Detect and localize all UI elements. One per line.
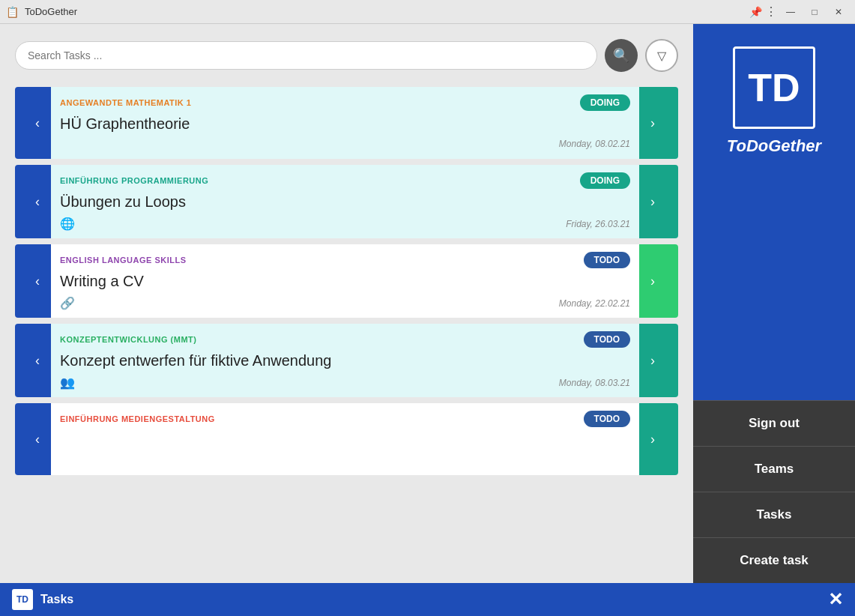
task-card: ‹ EINFÜHRUNG PROGRAMMIERUNG DOING Übunge… (15, 165, 678, 238)
titlebar: 📋 ToDoGether 📌 ⋮ — □ ✕ (0, 0, 855, 24)
card-left-arrow[interactable]: ‹ (24, 324, 51, 397)
card-body: ENGLISH LANGUAGE SKILLS TODO Writing a C… (51, 244, 639, 318)
card-category: ENGLISH LANGUAGE SKILLS (60, 256, 187, 265)
task-list: ‹ ANGEWANDTE MATHEMATIK 1 DOING HÜ Graph… (15, 87, 678, 475)
status-badge: TODO (584, 331, 630, 348)
status-badge: TODO (584, 411, 630, 427)
search-bar: 🔍 ▽ (15, 39, 678, 72)
titlebar-controls: 📌 ⋮ — □ ✕ (749, 4, 849, 19)
card-title: Writing a CV (60, 273, 630, 290)
card-left-bar (15, 165, 24, 238)
card-right-bar (666, 244, 678, 318)
pin-icon[interactable]: 📌 (749, 6, 762, 18)
task-card: ‹ EINFÜHRUNG MEDIENGESTALTUNG TODO › (15, 403, 678, 475)
search-button[interactable]: 🔍 (605, 39, 638, 72)
menu-icon[interactable]: ⋮ (765, 4, 777, 19)
status-badge: DOING (580, 172, 630, 189)
card-left-bar (15, 324, 24, 397)
card-footer: Monday, 08.02.21 (60, 139, 630, 149)
card-right-bar (666, 87, 678, 159)
search-input-wrap (15, 41, 597, 70)
sidebar-logo: TD (748, 65, 800, 110)
sidebar-menu: Sign outTeamsTasksCreate task (693, 400, 855, 583)
card-left-bar (15, 244, 24, 318)
card-category: KONZEPTENTWICKLUNG (MMT) (60, 335, 196, 344)
card-title: Konzept entwerfen für fiktive Anwendung (60, 352, 630, 369)
status-badge: DOING (580, 94, 630, 111)
search-icon: 🔍 (613, 47, 629, 64)
card-left-bar (15, 403, 24, 475)
card-right-bar (666, 165, 678, 238)
card-left-arrow[interactable]: ‹ (24, 87, 51, 159)
minimize-button[interactable]: — (780, 4, 801, 19)
filter-button[interactable]: ▽ (645, 39, 678, 72)
card-left-bar (15, 87, 24, 159)
app-container: 🔍 ▽ ‹ ANGEWANDTE MATHEMATIK 1 DOING HÜ G… (0, 24, 855, 583)
maximize-button[interactable]: □ (804, 4, 825, 19)
titlebar-left: 📋 ToDoGether (6, 6, 77, 18)
card-right-arrow[interactable]: › (639, 87, 666, 159)
card-date: Friday, 26.03.21 (566, 219, 630, 229)
search-input[interactable] (15, 41, 597, 70)
card-header: EINFÜHRUNG PROGRAMMIERUNG DOING (60, 172, 630, 189)
card-right-bar (666, 324, 678, 397)
card-date: Monday, 22.02.21 (559, 298, 630, 309)
card-header: ANGEWANDTE MATHEMATIK 1 DOING (60, 94, 630, 111)
card-header: ENGLISH LANGUAGE SKILLS TODO (60, 252, 630, 268)
bottom-badge: TD (12, 589, 33, 610)
card-footer: 🔗 Monday, 22.02.21 (60, 296, 630, 310)
card-category: EINFÜHRUNG PROGRAMMIERUNG (60, 176, 208, 185)
card-right-arrow[interactable]: › (639, 403, 666, 475)
status-badge: TODO (584, 252, 630, 268)
sidebar-item-tasks[interactable]: Tasks (693, 492, 855, 537)
task-card: ‹ ENGLISH LANGUAGE SKILLS TODO Writing a… (15, 244, 678, 318)
app-icon: 📋 (6, 6, 19, 18)
card-icon: 👥 (60, 375, 75, 390)
card-date: Monday, 08.03.21 (559, 378, 630, 388)
card-body: ANGEWANDTE MATHEMATIK 1 DOING HÜ Graphen… (51, 87, 639, 159)
card-right-arrow[interactable]: › (639, 244, 666, 318)
sidebar-item-sign-out[interactable]: Sign out (693, 400, 855, 446)
close-button[interactable]: ✕ (828, 4, 849, 19)
bottom-bar: TD Tasks ✕ (0, 583, 855, 616)
card-body: EINFÜHRUNG PROGRAMMIERUNG DOING Übungen … (51, 165, 639, 238)
card-icon: 🔗 (60, 296, 75, 310)
task-card: ‹ KONZEPTENTWICKLUNG (MMT) TODO Konzept … (15, 324, 678, 397)
card-icon: 🌐 (60, 217, 75, 231)
card-right-bar (666, 403, 678, 475)
sidebar-app-name: ToDoGether (727, 136, 821, 156)
sidebar-item-create-task[interactable]: Create task (693, 537, 855, 583)
card-body: EINFÜHRUNG MEDIENGESTALTUNG TODO (51, 403, 639, 475)
card-footer: 👥 Monday, 08.03.21 (60, 375, 630, 390)
card-category: ANGEWANDTE MATHEMATIK 1 (60, 98, 191, 107)
card-date: Monday, 08.02.21 (559, 139, 630, 149)
card-left-arrow[interactable]: ‹ (24, 403, 51, 475)
sidebar: TD ToDoGether Sign outTeamsTasksCreate t… (693, 24, 855, 583)
card-body: KONZEPTENTWICKLUNG (MMT) TODO Konzept en… (51, 324, 639, 397)
bottom-bar-left: TD Tasks (12, 589, 73, 610)
bottom-close-button[interactable]: ✕ (828, 589, 843, 610)
card-left-arrow[interactable]: ‹ (24, 244, 51, 318)
card-title: Übungen zu Loops (60, 193, 630, 211)
filter-icon: ▽ (657, 49, 666, 63)
card-title: HÜ Graphentheorie (60, 115, 630, 133)
card-header: EINFÜHRUNG MEDIENGESTALTUNG TODO (60, 411, 630, 427)
card-left-arrow[interactable]: ‹ (24, 165, 51, 238)
card-right-arrow[interactable]: › (639, 324, 666, 397)
bottom-title: Tasks (40, 593, 73, 606)
card-header: KONZEPTENTWICKLUNG (MMT) TODO (60, 331, 630, 348)
sidebar-item-teams[interactable]: Teams (693, 446, 855, 492)
card-footer: 🌐 Friday, 26.03.21 (60, 217, 630, 231)
card-category: EINFÜHRUNG MEDIENGESTALTUNG (60, 414, 215, 423)
sidebar-logo-box: TD (733, 46, 815, 129)
app-title: ToDoGether (25, 6, 77, 17)
main-content: 🔍 ▽ ‹ ANGEWANDTE MATHEMATIK 1 DOING HÜ G… (0, 24, 693, 583)
card-right-arrow[interactable]: › (639, 165, 666, 238)
task-card: ‹ ANGEWANDTE MATHEMATIK 1 DOING HÜ Graph… (15, 87, 678, 159)
